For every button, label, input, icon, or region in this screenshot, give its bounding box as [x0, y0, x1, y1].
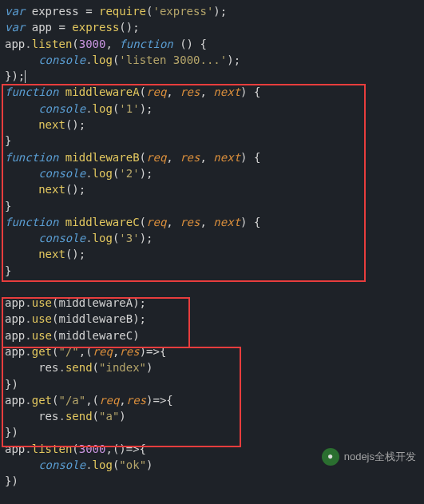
- code-line: app.use(middlewareB);: [5, 311, 419, 327]
- code-editor[interactable]: var express = require('express'); var ap…: [0, 0, 424, 493]
- watermark: ● nodejs全栈开发: [322, 448, 416, 466]
- code-line: console.log('listen 3000...');: [5, 52, 419, 68]
- code-line: }): [5, 376, 419, 392]
- wechat-icon: ●: [322, 448, 339, 466]
- text-cursor: [25, 70, 26, 83]
- code-line: }: [5, 198, 419, 214]
- code-line: console.log('2');: [5, 165, 419, 181]
- code-line: function middlewareC(req, res, next) {: [5, 214, 419, 230]
- code-line: }): [5, 473, 419, 489]
- code-line: }: [5, 133, 419, 149]
- code-line: res.send("index"): [5, 359, 419, 375]
- code-line: app.use(middlewareA);: [5, 295, 419, 311]
- code-line: console.log('3');: [5, 230, 419, 246]
- watermark-text: nodejs全栈开发: [344, 450, 416, 465]
- code-line: function middlewareA(req, res, next) {: [5, 84, 419, 100]
- code-line: function middlewareB(req, res, next) {: [5, 149, 419, 165]
- code-line: }): [5, 424, 419, 440]
- code-line: next();: [5, 181, 419, 197]
- code-line: app.get("/a",(req,res)=>{: [5, 392, 419, 408]
- code-line: app.get("/",(req,res)=>{: [5, 343, 419, 359]
- code-line: var express = require('express');: [5, 3, 419, 19]
- code-line: next();: [5, 246, 419, 262]
- code-line: res.send("a"): [5, 408, 419, 424]
- code-line: app.use(middlewareC): [5, 327, 419, 343]
- code-line: }: [5, 263, 419, 279]
- code-line: var app = express();: [5, 19, 419, 35]
- code-line: app.listen(3000, function () {: [5, 36, 419, 52]
- code-line: next();: [5, 117, 419, 133]
- code-line: console.log('1');: [5, 101, 419, 117]
- code-line: [5, 279, 419, 295]
- code-line: });: [5, 68, 419, 84]
